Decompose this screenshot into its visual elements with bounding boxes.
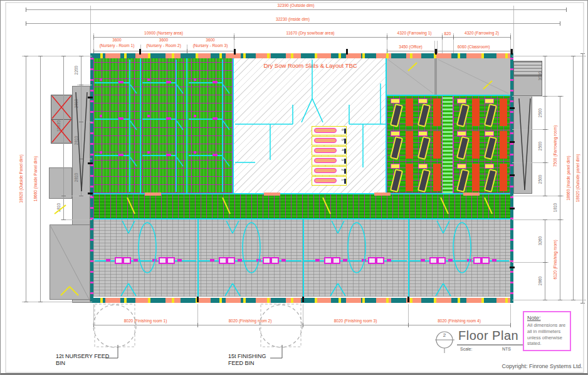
copyright-text: Copyright: Finrone Systems Ltd. <box>439 363 582 369</box>
feeder-dash <box>152 259 157 261</box>
dim-line <box>40 56 41 302</box>
pen-line <box>95 119 129 120</box>
dim-line <box>303 325 408 325</box>
dim-tick <box>24 302 28 302</box>
trough-tick <box>344 179 346 184</box>
dimension-label: 32230 (Inside dim) <box>26 18 560 22</box>
heat-lamp-box <box>418 164 428 169</box>
sow-feeding-stall: 2 <box>312 166 347 176</box>
dimension-label: 1810 <box>57 203 61 212</box>
dim-line <box>545 219 545 262</box>
trough-tick <box>344 149 346 154</box>
heat-mat <box>472 164 480 191</box>
extension-line <box>512 219 564 220</box>
feeder-dash <box>118 81 123 83</box>
heat-mat <box>500 131 507 159</box>
heat-lamp-box <box>418 131 428 136</box>
dim-tick <box>26 21 26 26</box>
left-lower-annex <box>50 224 90 300</box>
dim-tick <box>303 323 303 327</box>
dim-tick <box>543 300 547 300</box>
feeder-dash <box>213 117 218 120</box>
feeder-dash <box>177 259 182 261</box>
finishing-divider-3 <box>408 219 409 297</box>
finishing-area <box>93 219 510 297</box>
bin2-line2: FEED BIN <box>228 360 266 367</box>
bin1-line2: BIN <box>56 360 109 367</box>
feeder-dash <box>118 117 123 120</box>
dim-tick <box>442 35 443 40</box>
pig-shape <box>314 158 337 163</box>
dim-tick <box>79 85 83 85</box>
dry-sow-note: Dry Sow Room Slats & Layout TBC <box>234 62 387 69</box>
dim-tick <box>197 323 198 327</box>
sow-feeding-stall: 4 <box>312 146 347 156</box>
corridor-wall-bottom <box>93 218 510 219</box>
dimension-label: 2500 <box>538 174 543 183</box>
dry-sow-area <box>234 58 387 193</box>
scale-label: Scale: <box>460 347 472 351</box>
dimension-label: 10630 <box>57 120 61 131</box>
feeder-dash <box>166 81 171 83</box>
dimension-label: 2810 <box>75 135 79 144</box>
pig-shape <box>314 138 337 143</box>
feeder <box>324 257 340 264</box>
dim-tick <box>387 49 387 53</box>
feeder-dash <box>467 259 471 261</box>
dimension-label: (Nursery - Room 1) <box>93 44 140 48</box>
dim-tick <box>566 8 567 12</box>
dim-line <box>197 325 303 325</box>
dimension-label: (Nursery - Room 2) <box>140 44 187 48</box>
dim-line <box>387 51 434 51</box>
dim-line <box>93 37 234 38</box>
heat-mat <box>406 164 413 191</box>
heat-mat <box>406 98 413 126</box>
title-underline <box>457 344 533 346</box>
dim-tick <box>24 56 28 56</box>
feeder <box>194 115 196 117</box>
dimension-label: 3600 <box>187 38 234 43</box>
extension-line <box>61 196 92 196</box>
dim-tick <box>234 35 234 40</box>
dim-tick <box>543 262 547 263</box>
feeder <box>194 78 196 81</box>
dimension-label: 18660 (Inside panel dim) <box>567 156 571 201</box>
dimension-label: 2500 <box>538 141 543 150</box>
feeder-dash <box>387 259 391 261</box>
dimension-label: 6060 (Classroom) <box>437 45 510 50</box>
feeder-dash <box>281 259 286 261</box>
extension-line <box>90 6 91 53</box>
trough-tick <box>344 169 346 174</box>
feeder-dash <box>134 259 138 261</box>
dim-line <box>26 9 566 10</box>
dimension-label: 18820 (Outside Panel dim) <box>19 154 24 203</box>
heat-lamp-box <box>457 98 466 103</box>
dim-tick <box>580 53 585 54</box>
feeder-dash <box>343 259 347 261</box>
feeder-dash <box>118 154 123 156</box>
dimension-label: 3600 <box>93 38 140 43</box>
feeder <box>147 115 150 117</box>
dimension-label: 3450 (Office) <box>387 45 434 50</box>
scale-value: NTS <box>502 347 511 351</box>
dim-tick <box>61 56 66 56</box>
feeder-dash <box>256 259 261 261</box>
feeder-dash <box>213 154 218 156</box>
dim-tick <box>437 49 438 53</box>
dim-line <box>26 56 26 302</box>
extension-line <box>61 219 92 220</box>
dim-line <box>26 23 560 24</box>
wall-bottom <box>90 298 513 303</box>
dimension-label: 32390 (Outside dim) <box>26 4 566 8</box>
extension-line <box>513 6 514 53</box>
dim-tick <box>558 96 562 97</box>
dim-tick <box>560 21 560 26</box>
nursery-area <box>93 58 234 193</box>
feeder-dash <box>106 259 110 261</box>
dim-line <box>560 219 560 300</box>
dimension-label: 10900 (Nursery area) <box>93 31 234 36</box>
dim-tick <box>510 49 511 53</box>
dim-tick <box>387 35 387 40</box>
dim-tick <box>543 196 547 196</box>
dimension-label: 2200 <box>75 66 79 75</box>
